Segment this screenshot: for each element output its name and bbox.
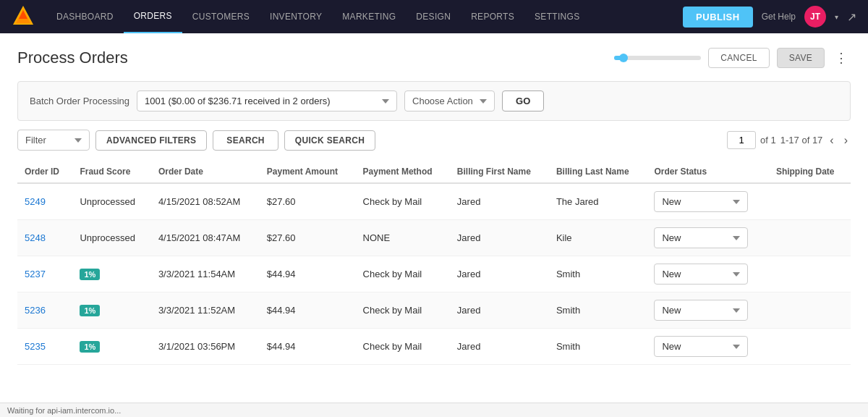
fraud-badge: 1% bbox=[80, 269, 100, 280]
cell-payment-method: NONE bbox=[356, 220, 450, 256]
top-navigation: DASHBOARD ORDERS CUSTOMERS INVENTORY MAR… bbox=[0, 0, 868, 33]
order-status-select[interactable]: New bbox=[654, 227, 748, 248]
cell-shipping-date bbox=[769, 292, 851, 329]
cell-billing-last: Smith bbox=[549, 329, 647, 365]
table-row: 5248Unprocessed4/15/2021 08:47AM$27.60NO… bbox=[17, 220, 851, 256]
status-text: Waiting for api-iam.intercom.io... bbox=[7, 406, 121, 415]
page-title: Process Orders bbox=[17, 49, 128, 67]
cell-order-status: New bbox=[647, 256, 768, 292]
table-row: 52371%3/3/2021 11:54AM$44.94Check by Mai… bbox=[17, 256, 851, 292]
prev-page-button[interactable]: ‹ bbox=[827, 132, 836, 148]
main-content: Process Orders CANCEL SAVE ⋮ Batch Order… bbox=[0, 33, 868, 417]
next-page-button[interactable]: › bbox=[841, 132, 851, 148]
pagination: of 1 1-17 of 17 ‹ › bbox=[727, 131, 851, 149]
cell-billing-first: Jared bbox=[450, 220, 549, 256]
cell-order-status: New bbox=[647, 292, 768, 329]
cell-order-status: New bbox=[647, 220, 768, 256]
cell-payment-amount: $44.94 bbox=[260, 329, 356, 365]
order-id-link[interactable]: 5237 bbox=[25, 269, 46, 279]
cell-shipping-date bbox=[769, 329, 851, 365]
col-payment-amount: Payment Amount bbox=[260, 161, 356, 183]
batch-label: Batch Order Processing bbox=[30, 96, 129, 106]
filter-select[interactable]: Filter bbox=[17, 130, 90, 151]
cell-payment-amount: $27.60 bbox=[260, 183, 356, 220]
table-row: 52361%3/3/2021 11:52AM$44.94Check by Mai… bbox=[17, 292, 851, 329]
cell-billing-first: Jared bbox=[450, 292, 549, 329]
order-status-select[interactable]: New bbox=[654, 191, 748, 212]
nav-item-orders[interactable]: ORDERS bbox=[124, 0, 182, 33]
cell-order-date: 3/3/2021 11:52AM bbox=[151, 292, 260, 329]
cell-billing-first: Jared bbox=[450, 329, 549, 365]
cell-order-date: 3/1/2021 03:56PM bbox=[151, 329, 260, 365]
cell-fraud-score: 1% bbox=[72, 329, 151, 365]
table-header-row: Order ID Fraud Score Order Date Payment … bbox=[17, 161, 851, 183]
cell-billing-first: Jared bbox=[450, 256, 549, 292]
progress-bar bbox=[614, 56, 701, 60]
col-payment-method: Payment Method bbox=[356, 161, 450, 183]
more-options-button[interactable]: ⋮ bbox=[832, 50, 851, 66]
app-logo[interactable] bbox=[12, 4, 46, 30]
col-shipping-date: Shipping Date bbox=[769, 161, 851, 183]
nav-items: DASHBOARD ORDERS CUSTOMERS INVENTORY MAR… bbox=[46, 0, 683, 33]
order-status-select[interactable]: New bbox=[654, 264, 748, 285]
col-order-status: Order Status bbox=[647, 161, 768, 183]
cell-order-id: 5249 bbox=[17, 183, 72, 220]
order-id-link[interactable]: 5235 bbox=[25, 341, 46, 352]
order-id-link[interactable]: 5249 bbox=[25, 196, 46, 207]
nav-item-customers[interactable]: CUSTOMERS bbox=[182, 0, 260, 33]
cell-shipping-date bbox=[769, 256, 851, 292]
cell-payment-method: Check by Mail bbox=[356, 256, 450, 292]
order-status-select[interactable]: New bbox=[654, 300, 748, 321]
nav-item-marketing[interactable]: MARKETING bbox=[332, 0, 406, 33]
cell-order-id: 5236 bbox=[17, 292, 72, 329]
cell-shipping-date bbox=[769, 183, 851, 220]
cell-payment-amount: $44.94 bbox=[260, 256, 356, 292]
page-number-input[interactable] bbox=[727, 131, 756, 149]
quick-search-button[interactable]: QUICK SEARCH bbox=[284, 130, 375, 151]
cell-order-id: 5235 bbox=[17, 329, 72, 365]
order-status-select[interactable]: New bbox=[654, 336, 748, 357]
nav-item-dashboard[interactable]: DASHBOARD bbox=[46, 0, 124, 33]
choose-action-select[interactable]: Choose Action bbox=[404, 90, 495, 111]
advanced-filters-button[interactable]: ADVANCED FILTERS bbox=[95, 130, 207, 151]
cell-order-date: 3/3/2021 11:54AM bbox=[151, 256, 260, 292]
search-button[interactable]: SEARCH bbox=[213, 130, 278, 151]
col-billing-first: Billing First Name bbox=[450, 161, 549, 183]
cell-payment-method: Check by Mail bbox=[356, 329, 450, 365]
cancel-button[interactable]: CANCEL bbox=[708, 48, 769, 68]
cell-billing-last: Smith bbox=[549, 292, 647, 329]
cell-order-date: 4/15/2021 08:47AM bbox=[151, 220, 260, 256]
col-order-id: Order ID bbox=[17, 161, 72, 183]
cell-billing-last: Smith bbox=[549, 256, 647, 292]
nav-item-inventory[interactable]: INVENTORY bbox=[260, 0, 332, 33]
order-id-link[interactable]: 5236 bbox=[25, 305, 46, 316]
fraud-badge: 1% bbox=[80, 341, 100, 353]
cell-payment-method: Check by Mail bbox=[356, 183, 450, 220]
external-link-icon[interactable]: ↗ bbox=[847, 10, 856, 24]
save-button[interactable]: SAVE bbox=[777, 48, 825, 68]
cell-fraud-score: 1% bbox=[72, 256, 151, 292]
table-row: 5249Unprocessed4/15/2021 08:52AM$27.60Ch… bbox=[17, 183, 851, 220]
cell-fraud-score: Unprocessed bbox=[72, 183, 151, 220]
nav-item-design[interactable]: DESIGN bbox=[406, 0, 461, 33]
user-avatar[interactable]: JT bbox=[804, 6, 826, 28]
user-menu-chevron-icon[interactable]: ▾ bbox=[835, 13, 838, 21]
batch-order-select[interactable]: 1001 ($0.00 of $236.71 received in 2 ord… bbox=[137, 90, 397, 111]
get-help-link[interactable]: Get Help bbox=[762, 12, 796, 22]
page-of-label: of 1 bbox=[760, 135, 776, 146]
fraud-badge: 1% bbox=[80, 305, 100, 316]
cell-payment-amount: $27.60 bbox=[260, 220, 356, 256]
order-id-link[interactable]: 5248 bbox=[25, 232, 46, 243]
status-bar: Waiting for api-iam.intercom.io... bbox=[0, 403, 868, 417]
cell-fraud-score: 1% bbox=[72, 292, 151, 329]
nav-item-reports[interactable]: REPORTS bbox=[461, 0, 524, 33]
nav-right: PUBLISH Get Help JT ▾ ↗ bbox=[683, 6, 856, 28]
go-button[interactable]: GO bbox=[502, 90, 544, 111]
orders-table: Order ID Fraud Score Order Date Payment … bbox=[17, 161, 851, 365]
col-order-date: Order Date bbox=[151, 161, 260, 183]
cell-billing-last: Kile bbox=[549, 220, 647, 256]
nav-item-settings[interactable]: SETTINGS bbox=[524, 0, 590, 33]
cell-order-id: 5237 bbox=[17, 256, 72, 292]
progress-track bbox=[614, 56, 701, 60]
publish-button[interactable]: PUBLISH bbox=[683, 7, 753, 28]
